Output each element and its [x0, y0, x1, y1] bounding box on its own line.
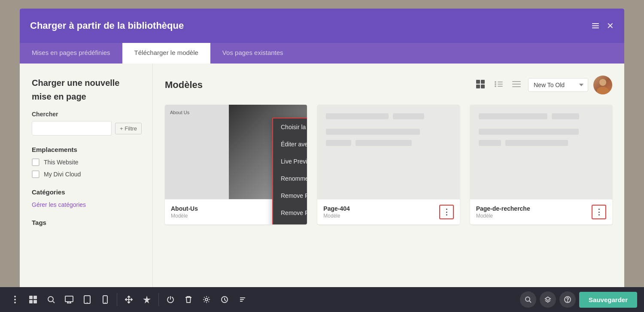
this-website-checkbox[interactable] [32, 158, 39, 166]
toolbar-monitor-button[interactable] [61, 291, 77, 308]
toolbar-settings-button[interactable] [198, 291, 215, 308]
svg-line-45 [529, 301, 531, 303]
template-name-about: About-Us [171, 205, 198, 212]
content-controls: New To Old Old To New A to Z Z to A [474, 76, 612, 94]
svg-rect-21 [29, 296, 33, 299]
svg-rect-12 [498, 86, 503, 87]
svg-rect-8 [498, 82, 503, 82]
toolbar-trash-button[interactable] [180, 291, 197, 308]
template-card-404[interactable]: Page-404 Modèle ⋮ [317, 105, 459, 224]
svg-rect-4 [481, 80, 485, 84]
toolbar-power-button[interactable] [162, 291, 179, 308]
context-menu-item-edit-divi[interactable]: Éditer avec Divi [273, 136, 307, 153]
svg-rect-3 [476, 80, 480, 84]
tab-existing[interactable]: Vos pages existantes [210, 43, 295, 64]
svg-point-25 [48, 297, 53, 302]
context-menu-item-rename[interactable]: Renommer [273, 170, 307, 187]
search-label: Chercher [32, 111, 140, 118]
sort-toggle-button[interactable] [591, 21, 600, 30]
dialog-body: Charger une nouvelle mise en page Cherch… [20, 64, 624, 312]
toolbar-magic-button[interactable] [139, 291, 155, 308]
categories-heading: Catégories [32, 188, 140, 196]
location-this-website: This Website [32, 158, 140, 166]
toolbar-help-button[interactable] [559, 291, 576, 308]
toolbar-layout-button[interactable] [25, 291, 41, 308]
toolbar-layers-button[interactable] [540, 291, 556, 308]
svg-rect-5 [476, 85, 480, 88]
placeholder-lines-search [470, 105, 612, 159]
filter-button[interactable]: + Filtre [115, 123, 142, 134]
manage-categories-link[interactable]: Gérer les catégories [32, 201, 86, 208]
template-name-404: Page-404 [323, 205, 349, 212]
template-menu-btn-search[interactable]: ⋮ [592, 205, 606, 219]
sidebar-section-title-line2: mise en page [32, 91, 140, 102]
toolbar-sort-button[interactable] [234, 291, 251, 308]
toolbar-right: Sauvegarder [520, 291, 637, 308]
toolbar-zoom-button[interactable] [520, 291, 536, 308]
user-avatar[interactable] [593, 76, 612, 94]
svg-marker-46 [545, 297, 550, 300]
bottom-toolbar: Sauvegarder [0, 287, 644, 312]
svg-rect-24 [33, 300, 37, 303]
divi-cloud-label[interactable]: My Divi Cloud [44, 171, 81, 178]
sidebar: Charger une nouvelle mise en page Cherch… [20, 64, 153, 312]
main-dialog: Charger à partir de la bibliothèque ✕ Mi… [20, 9, 624, 312]
template-info-404: Page-404 Modèle ⋮ [317, 199, 459, 224]
sidebar-section-title-line1: Charger une nouvelle [32, 77, 140, 88]
toolbar-group-actions [162, 291, 251, 308]
template-type-about: Modèle [171, 213, 198, 219]
context-menu-item-live-preview[interactable]: Live Preview [273, 153, 307, 170]
svg-point-11 [495, 85, 496, 87]
close-dialog-button[interactable]: ✕ [607, 21, 614, 31]
toolbar-separator-1 [117, 293, 117, 306]
template-type-404: Modèle [323, 213, 349, 219]
sort-select[interactable]: New To Old Old To New A to Z Z to A [528, 78, 588, 92]
svg-point-34 [105, 302, 106, 303]
toolbar-tablet-button[interactable] [79, 291, 95, 308]
toolbar-group-mid [121, 291, 155, 308]
svg-rect-1 [592, 25, 599, 26]
svg-rect-23 [29, 300, 33, 303]
svg-point-44 [526, 297, 530, 301]
tags-heading: Tags [32, 219, 140, 226]
svg-rect-14 [512, 84, 521, 85]
svg-point-48 [568, 301, 568, 302]
template-menu-btn-404[interactable]: ⋮ [439, 205, 454, 219]
toolbar-mobile-button[interactable] [97, 291, 113, 308]
svg-point-32 [87, 302, 88, 303]
template-type-search: Modèle [476, 213, 530, 219]
toolbar-search-button[interactable] [43, 291, 59, 308]
svg-rect-22 [33, 296, 37, 299]
toolbar-drag-button[interactable] [121, 291, 137, 308]
tab-predefined[interactable]: Mises en pages prédéfinies [20, 43, 122, 64]
svg-marker-37 [143, 296, 151, 303]
main-content: Modèles [153, 64, 624, 312]
svg-rect-13 [512, 81, 521, 82]
template-card-about[interactable]: About Us Choisir la mise en page Éditer … [165, 105, 307, 224]
search-input[interactable] [32, 121, 112, 136]
tag-view-button[interactable] [492, 78, 505, 93]
context-menu-item-remove-cloud[interactable]: Remove From Cloud [273, 187, 307, 204]
save-button[interactable]: Sauvegarder [579, 292, 637, 308]
templates-grid: About Us Choisir la mise en page Éditer … [165, 105, 612, 224]
content-header: Modèles [165, 76, 612, 94]
location-divi-cloud: My Divi Cloud [32, 170, 140, 178]
dialog-header: Charger à partir de la bibliothèque ✕ [20, 9, 624, 43]
svg-point-19 [14, 299, 16, 300]
toolbar-dots-button[interactable] [7, 291, 23, 308]
context-menu-item-edit-tags[interactable]: Edit Tags And Categories [273, 221, 307, 224]
template-preview-404 [317, 105, 459, 199]
dialog-title: Charger à partir de la bibliothèque [30, 20, 184, 31]
this-website-label[interactable]: This Website [44, 159, 79, 166]
context-menu-item-remove-favorites[interactable]: Remove From Favorites [273, 204, 307, 221]
template-card-search[interactable]: Page-de-recherche Modèle ⋮ [470, 105, 612, 224]
list-view-button[interactable] [510, 78, 523, 93]
search-row: + Filtre [32, 121, 140, 136]
toolbar-history-button[interactable] [216, 291, 233, 308]
context-menu-item-choose[interactable]: Choisir la mise en page [273, 118, 307, 136]
svg-rect-6 [481, 85, 485, 88]
divi-cloud-checkbox[interactable] [32, 170, 39, 178]
tab-download[interactable]: Télécharger le modèle [122, 43, 210, 64]
svg-point-18 [14, 296, 16, 297]
grid-view-button[interactable] [474, 78, 487, 93]
